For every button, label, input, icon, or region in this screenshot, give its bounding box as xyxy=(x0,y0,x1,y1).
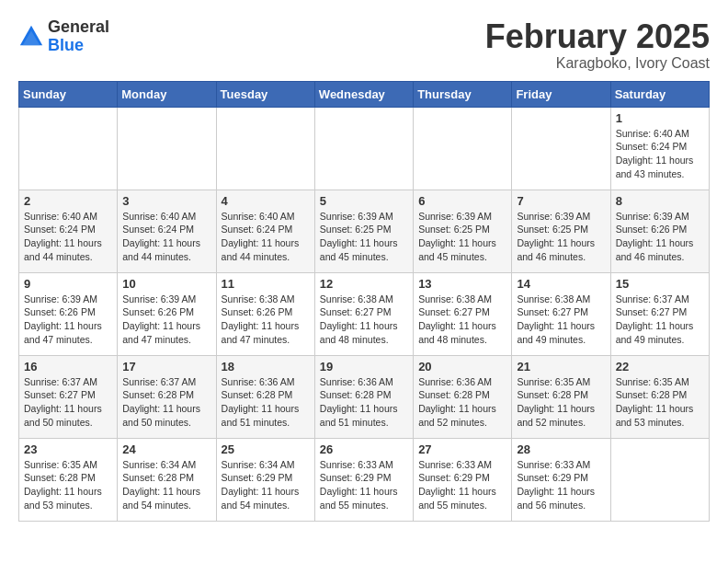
day-info: Sunrise: 6:35 AM Sunset: 6:28 PM Dayligh… xyxy=(517,375,605,430)
table-row xyxy=(610,438,709,521)
day-number: 24 xyxy=(122,442,210,456)
day-number: 14 xyxy=(517,277,605,291)
day-info: Sunrise: 6:39 AM Sunset: 6:26 PM Dayligh… xyxy=(616,210,704,264)
day-number: 23 xyxy=(24,442,112,456)
table-row: 11Sunrise: 6:38 AM Sunset: 6:26 PM Dayli… xyxy=(216,272,314,355)
table-row: 16Sunrise: 6:37 AM Sunset: 6:27 PM Dayli… xyxy=(19,355,118,438)
location-subtitle: Karagboko, Ivory Coast xyxy=(485,55,710,72)
table-row xyxy=(512,107,610,190)
day-number: 10 xyxy=(122,277,210,291)
day-number: 22 xyxy=(616,360,704,373)
table-row: 21Sunrise: 6:35 AM Sunset: 6:28 PM Dayli… xyxy=(512,355,610,438)
table-row: 17Sunrise: 6:37 AM Sunset: 6:28 PM Dayli… xyxy=(118,355,216,438)
table-row: 14Sunrise: 6:38 AM Sunset: 6:27 PM Dayli… xyxy=(512,272,610,355)
table-row: 18Sunrise: 6:36 AM Sunset: 6:28 PM Dayli… xyxy=(216,355,314,438)
day-info: Sunrise: 6:39 AM Sunset: 6:25 PM Dayligh… xyxy=(418,210,506,264)
table-row: 20Sunrise: 6:36 AM Sunset: 6:28 PM Dayli… xyxy=(414,355,512,438)
day-info: Sunrise: 6:39 AM Sunset: 6:25 PM Dayligh… xyxy=(320,210,408,264)
table-row: 12Sunrise: 6:38 AM Sunset: 6:27 PM Dayli… xyxy=(314,272,413,355)
day-info: Sunrise: 6:33 AM Sunset: 6:29 PM Dayligh… xyxy=(418,458,506,512)
day-number: 9 xyxy=(24,277,112,291)
table-row: 2Sunrise: 6:40 AM Sunset: 6:24 PM Daylig… xyxy=(19,190,118,272)
header-monday: Monday xyxy=(118,81,216,107)
day-info: Sunrise: 6:36 AM Sunset: 6:28 PM Dayligh… xyxy=(222,375,310,430)
table-row: 9Sunrise: 6:39 AM Sunset: 6:26 PM Daylig… xyxy=(19,272,118,355)
page-header: General Blue February 2025 Karagboko, Iv… xyxy=(18,18,710,72)
day-number: 8 xyxy=(616,194,704,208)
day-info: Sunrise: 6:40 AM Sunset: 6:24 PM Dayligh… xyxy=(222,210,310,264)
table-row: 26Sunrise: 6:33 AM Sunset: 6:29 PM Dayli… xyxy=(314,438,413,521)
table-row: 8Sunrise: 6:39 AM Sunset: 6:26 PM Daylig… xyxy=(610,190,709,272)
day-number: 2 xyxy=(24,194,112,208)
header-thursday: Thursday xyxy=(414,81,512,107)
day-info: Sunrise: 6:38 AM Sunset: 6:27 PM Dayligh… xyxy=(517,293,605,347)
day-info: Sunrise: 6:39 AM Sunset: 6:25 PM Dayligh… xyxy=(517,210,605,264)
table-row: 19Sunrise: 6:36 AM Sunset: 6:28 PM Dayli… xyxy=(314,355,413,438)
day-number: 13 xyxy=(418,277,506,291)
table-row: 5Sunrise: 6:39 AM Sunset: 6:25 PM Daylig… xyxy=(314,190,413,272)
day-number: 1 xyxy=(616,111,704,125)
table-row: 27Sunrise: 6:33 AM Sunset: 6:29 PM Dayli… xyxy=(414,438,512,521)
header-saturday: Saturday xyxy=(610,81,709,107)
day-number: 21 xyxy=(517,360,605,373)
day-number: 15 xyxy=(616,277,704,291)
logo-icon xyxy=(18,24,44,50)
day-info: Sunrise: 6:39 AM Sunset: 6:26 PM Dayligh… xyxy=(24,293,112,347)
day-info: Sunrise: 6:34 AM Sunset: 6:28 PM Dayligh… xyxy=(122,458,210,512)
day-info: Sunrise: 6:34 AM Sunset: 6:29 PM Dayligh… xyxy=(222,458,310,512)
calendar-table: Sunday Monday Tuesday Wednesday Thursday… xyxy=(18,81,710,522)
day-info: Sunrise: 6:37 AM Sunset: 6:27 PM Dayligh… xyxy=(24,375,112,430)
day-number: 26 xyxy=(320,442,408,456)
table-row xyxy=(414,107,512,190)
day-info: Sunrise: 6:38 AM Sunset: 6:27 PM Dayligh… xyxy=(418,293,506,347)
day-info: Sunrise: 6:39 AM Sunset: 6:26 PM Dayligh… xyxy=(122,293,210,347)
table-row: 25Sunrise: 6:34 AM Sunset: 6:29 PM Dayli… xyxy=(216,438,314,521)
table-row: 22Sunrise: 6:35 AM Sunset: 6:28 PM Dayli… xyxy=(610,355,709,438)
day-number: 27 xyxy=(418,442,506,456)
logo-general: General xyxy=(48,17,109,36)
table-row xyxy=(19,107,118,190)
table-row: 23Sunrise: 6:35 AM Sunset: 6:28 PM Dayli… xyxy=(19,438,118,521)
day-number: 4 xyxy=(222,194,310,208)
day-info: Sunrise: 6:37 AM Sunset: 6:28 PM Dayligh… xyxy=(122,375,210,430)
table-row xyxy=(216,107,314,190)
day-info: Sunrise: 6:40 AM Sunset: 6:24 PM Dayligh… xyxy=(616,127,704,181)
day-info: Sunrise: 6:40 AM Sunset: 6:24 PM Dayligh… xyxy=(24,210,112,264)
title-area: February 2025 Karagboko, Ivory Coast xyxy=(485,18,710,72)
header-sunday: Sunday xyxy=(19,81,118,107)
table-row: 10Sunrise: 6:39 AM Sunset: 6:26 PM Dayli… xyxy=(118,272,216,355)
day-number: 28 xyxy=(517,442,605,456)
table-row: 6Sunrise: 6:39 AM Sunset: 6:25 PM Daylig… xyxy=(414,190,512,272)
day-number: 7 xyxy=(517,194,605,208)
table-row: 13Sunrise: 6:38 AM Sunset: 6:27 PM Dayli… xyxy=(414,272,512,355)
logo-blue: Blue xyxy=(48,36,84,54)
day-info: Sunrise: 6:40 AM Sunset: 6:24 PM Dayligh… xyxy=(122,210,210,264)
calendar-body: 1Sunrise: 6:40 AM Sunset: 6:24 PM Daylig… xyxy=(19,107,710,521)
day-number: 17 xyxy=(122,360,210,373)
day-number: 12 xyxy=(320,277,408,291)
month-title: February 2025 xyxy=(485,18,710,55)
table-row: 28Sunrise: 6:33 AM Sunset: 6:29 PM Dayli… xyxy=(512,438,610,521)
day-info: Sunrise: 6:36 AM Sunset: 6:28 PM Dayligh… xyxy=(320,375,408,430)
day-info: Sunrise: 6:36 AM Sunset: 6:28 PM Dayligh… xyxy=(418,375,506,430)
day-number: 5 xyxy=(320,194,408,208)
day-number: 20 xyxy=(418,360,506,373)
day-info: Sunrise: 6:37 AM Sunset: 6:27 PM Dayligh… xyxy=(616,293,704,347)
day-info: Sunrise: 6:33 AM Sunset: 6:29 PM Dayligh… xyxy=(517,458,605,512)
day-info: Sunrise: 6:38 AM Sunset: 6:27 PM Dayligh… xyxy=(320,293,408,347)
table-row: 3Sunrise: 6:40 AM Sunset: 6:24 PM Daylig… xyxy=(118,190,216,272)
table-row: 1Sunrise: 6:40 AM Sunset: 6:24 PM Daylig… xyxy=(610,107,709,190)
table-row xyxy=(314,107,413,190)
day-info: Sunrise: 6:38 AM Sunset: 6:26 PM Dayligh… xyxy=(222,293,310,347)
day-info: Sunrise: 6:35 AM Sunset: 6:28 PM Dayligh… xyxy=(616,375,704,430)
header-tuesday: Tuesday xyxy=(216,81,314,107)
table-row xyxy=(118,107,216,190)
header-friday: Friday xyxy=(512,81,610,107)
day-number: 6 xyxy=(418,194,506,208)
day-number: 11 xyxy=(222,277,310,291)
day-number: 19 xyxy=(320,360,408,373)
day-number: 16 xyxy=(24,360,112,373)
day-info: Sunrise: 6:35 AM Sunset: 6:28 PM Dayligh… xyxy=(24,458,112,512)
calendar-header: Sunday Monday Tuesday Wednesday Thursday… xyxy=(19,81,710,107)
table-row: 4Sunrise: 6:40 AM Sunset: 6:24 PM Daylig… xyxy=(216,190,314,272)
